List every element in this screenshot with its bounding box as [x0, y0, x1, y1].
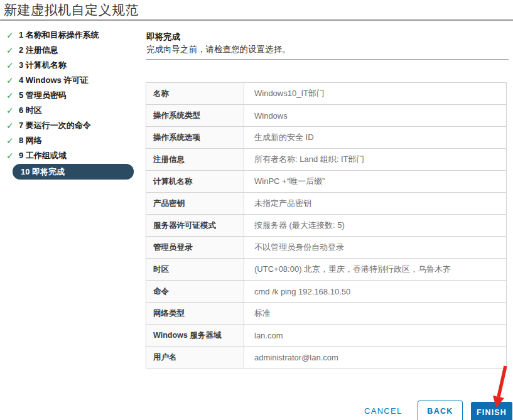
check-icon: ✓ [6, 75, 19, 85]
table-row: 时区 (UTC+08:00) 北京，重庆，香港特别行政区，乌鲁木齐 [146, 259, 506, 281]
sidebar-step-9[interactable]: ✓ 9 工作组或域 [0, 148, 142, 163]
new-vm-customization-wizard: 新建虚拟机自定义规范 ✓ 1 名称和目标操作系统 ✓ 2 注册信息 ✓ 3 计算… [0, 0, 513, 420]
step-label: 3 计算机名称 [19, 60, 67, 71]
row-label: Windows 服务器域 [146, 325, 244, 346]
sidebar-step-1[interactable]: ✓ 1 名称和目标操作系统 [0, 28, 142, 43]
table-row: Windows 服务器域 lan.com [146, 325, 506, 347]
sidebar-step-10-active[interactable]: 10 即将完成 [13, 164, 134, 180]
check-icon: ✓ [6, 121, 19, 131]
row-label: 命令 [146, 281, 244, 302]
row-value: WinPC +“唯一后缀” [244, 171, 506, 192]
row-label: 操作系统选项 [146, 127, 244, 148]
content-divider [146, 59, 509, 60]
step-heading: 即将完成 [146, 31, 180, 43]
check-icon: ✓ [6, 136, 19, 146]
row-value: 标准 [244, 303, 506, 324]
cancel-button[interactable]: CANCEL [364, 406, 402, 416]
row-label: 服务器许可证模式 [146, 215, 244, 236]
row-label: 网络类型 [146, 303, 244, 324]
back-button[interactable]: BACK [418, 401, 463, 420]
table-row: 产品密钥 未指定产品密钥 [146, 193, 506, 215]
row-label: 产品密钥 [146, 193, 244, 214]
table-row: 操作系统选项 生成新的安全 ID [146, 127, 506, 149]
page-title: 新建虚拟机自定义规范 [4, 1, 139, 19]
table-row: 名称 Windows10_IT部门 [146, 83, 506, 105]
table-row: 注册信息 所有者名称: Land 组织: IT部门 [146, 149, 506, 171]
check-icon: ✓ [6, 60, 19, 70]
step-label: 10 即将完成 [21, 166, 65, 178]
finish-button[interactable]: FINISH [471, 402, 512, 420]
sidebar-step-2[interactable]: ✓ 2 注册信息 [0, 43, 142, 58]
table-row: 用户名 administrator@lan.com [146, 347, 506, 369]
sidebar-step-6[interactable]: ✓ 6 时区 [0, 103, 142, 118]
step-label: 9 工作组或域 [19, 150, 67, 161]
table-row: 服务器许可证模式 按服务器 (最大连接数: 5) [146, 215, 506, 237]
sidebar-step-4[interactable]: ✓ 4 Windows 许可证 [0, 73, 142, 88]
row-value: 未指定产品密钥 [244, 193, 506, 214]
row-label: 注册信息 [146, 149, 244, 170]
row-value: administrator@lan.com [244, 347, 506, 368]
step-label: 8 网络 [19, 135, 42, 146]
row-value: Windows10_IT部门 [244, 83, 506, 104]
row-value: cmd /k ping 192.168.10.50 [244, 281, 506, 302]
step-label: 4 Windows 许可证 [19, 75, 88, 86]
row-value: 所有者名称: Land 组织: IT部门 [244, 149, 506, 170]
row-value: 生成新的安全 ID [244, 127, 506, 148]
step-label: 5 管理员密码 [19, 90, 67, 101]
step-label: 7 要运行一次的命令 [19, 120, 91, 131]
check-icon: ✓ [6, 90, 19, 100]
row-value: 不以管理员身份自动登录 [244, 237, 506, 258]
row-label: 名称 [146, 83, 244, 104]
row-value: (UTC+08:00) 北京，重庆，香港特别行政区，乌鲁木齐 [244, 259, 506, 280]
table-row: 管理员登录 不以管理员身份自动登录 [146, 237, 506, 259]
sidebar-step-8[interactable]: ✓ 8 网络 [0, 133, 142, 148]
sidebar-step-3[interactable]: ✓ 3 计算机名称 [0, 58, 142, 73]
check-icon: ✓ [6, 45, 19, 55]
step-label: 2 注册信息 [19, 45, 58, 56]
title-divider [0, 19, 513, 21]
settings-summary-table: 名称 Windows10_IT部门 操作系统类型 Windows 操作系统选项 … [146, 82, 507, 369]
row-label: 用户名 [146, 347, 244, 368]
row-label: 操作系统类型 [146, 105, 244, 126]
row-value: Windows [244, 105, 506, 126]
row-label: 时区 [146, 259, 244, 280]
row-value: lan.com [244, 325, 506, 346]
check-icon: ✓ [6, 30, 19, 40]
check-icon: ✓ [6, 151, 19, 161]
step-subtitle: 完成向导之前，请检查您的设置选择。 [146, 44, 291, 55]
step-label: 1 名称和目标操作系统 [19, 30, 99, 41]
table-row: 网络类型 标准 [146, 303, 506, 325]
row-value: 按服务器 (最大连接数: 5) [244, 215, 506, 236]
step-label: 6 时区 [19, 105, 42, 116]
sidebar-step-5[interactable]: ✓ 5 管理员密码 [0, 88, 142, 103]
table-row: 命令 cmd /k ping 192.168.10.50 [146, 281, 506, 303]
table-row: 操作系统类型 Windows [146, 105, 506, 127]
wizard-steps-nav: ✓ 1 名称和目标操作系统 ✓ 2 注册信息 ✓ 3 计算机名称 ✓ 4 Win… [0, 28, 142, 180]
row-label: 管理员登录 [146, 237, 244, 258]
check-icon: ✓ [6, 105, 19, 116]
row-label: 计算机名称 [146, 171, 244, 192]
table-row: 计算机名称 WinPC +“唯一后缀” [146, 171, 506, 193]
sidebar-step-7[interactable]: ✓ 7 要运行一次的命令 [0, 118, 142, 133]
